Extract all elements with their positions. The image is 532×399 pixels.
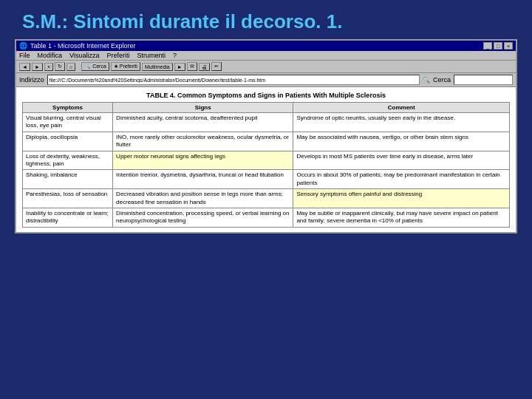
search-label: 🔍 (423, 77, 430, 83)
titlebar-right: _ □ × (483, 42, 513, 50)
minimize-button[interactable]: _ (483, 42, 492, 50)
row1-symptom: Visual blurring, central visual loss, ey… (23, 113, 113, 132)
back-button[interactable]: ◄ (19, 63, 30, 71)
stop-button[interactable]: × (44, 63, 53, 71)
row5-comment: Sensory symptoms often painful and distr… (293, 189, 510, 208)
edit-button[interactable]: ✏ (211, 62, 222, 71)
table-header-row: Symptoms Signs Comment (23, 103, 510, 113)
menu-view[interactable]: Visualizza (69, 52, 99, 59)
history-button[interactable]: ► (174, 63, 185, 71)
row3-comment: Develops in most MS patients over time e… (293, 151, 510, 170)
browser-content: TABLE 4. Common Symptoms and Signs in Pa… (16, 87, 516, 232)
search-label-text: Cerca (433, 76, 451, 83)
home-button[interactable]: ⌂ (66, 63, 75, 71)
forward-button[interactable]: ► (32, 63, 43, 71)
address-bar[interactable]: file:///C:/Documents%20and%20Settings/Ad… (47, 75, 420, 85)
row3-sign: Upper motor neuronal signs affecting leg… (113, 151, 293, 170)
address-label: Indirizzo (19, 76, 44, 83)
browser-icon-small: 🌐 (19, 42, 27, 50)
table-row: Diplopia, oscillopsia INO, more rarely o… (23, 132, 510, 151)
row5-sign: Decreased vibration and position sense i… (113, 189, 293, 208)
table-caption: TABLE 4. Common Symptoms and Signs in Pa… (22, 92, 510, 99)
slide-container: S.M.: Sintomi durante il decorso. 1. 🌐 T… (0, 0, 532, 399)
menu-favorites[interactable]: Preferiti (106, 52, 129, 59)
table-row: Paresthesias, loss of sensation Decrease… (23, 189, 510, 208)
refresh-button[interactable]: ↻ (55, 62, 65, 71)
row2-sign: INO, more rarely other oculomotor weakne… (113, 132, 293, 151)
row4-symptom: Shaking, imbalance (23, 170, 113, 189)
row4-sign: Intention tremor, dysmetria, dysarthria,… (113, 170, 293, 189)
maximize-button[interactable]: □ (494, 42, 502, 50)
row6-comment: May be subtle or inapparent clinically, … (293, 208, 510, 227)
table-row: Visual blurring, central visual loss, ey… (23, 113, 510, 132)
browser-toolbar: ◄ ► × ↻ ⌂ 🔍 Cerca ★ Preferiti Multimedia… (16, 61, 516, 73)
titlebar-left: 🌐 Table 1 - Microsoft Internet Explorer (19, 42, 136, 50)
browser-window: 🌐 Table 1 - Microsoft Internet Explorer … (15, 39, 517, 233)
table-row: Shaking, imbalance Intention tremor, dys… (23, 170, 510, 189)
row4-comment: Occurs in about 30% of patients; may be … (293, 170, 510, 189)
table-row: Inability to concentrate or learn; distr… (23, 208, 510, 227)
row6-sign: Diminished concentration, processing spe… (113, 208, 293, 227)
col-header-comment: Comment (293, 103, 510, 113)
browser-menubar: File Modifica Visualizza Preferiti Strum… (16, 51, 516, 61)
menu-help[interactable]: ? (173, 52, 177, 59)
row6-symptom: Inability to concentrate or learn; distr… (23, 208, 113, 227)
symptoms-table: Symptoms Signs Comment Visual blurring, … (22, 102, 510, 228)
row5-symptom: Paresthesias, loss of sensation (23, 189, 113, 208)
close-button[interactable]: × (504, 42, 513, 50)
row1-sign: Diminished acuity, central scotoma, deaf… (113, 113, 293, 132)
print-button[interactable]: 🖨 (199, 63, 210, 71)
titlebar-text: Table 1 - Microsoft Internet Explorer (30, 42, 136, 50)
search-input[interactable] (454, 75, 513, 85)
menu-edit[interactable]: Modifica (38, 52, 63, 59)
slide-title: S.M.: Sintomi durante il decorso. 1. (0, 0, 532, 39)
favorites-button[interactable]: ★ Preferiti (111, 62, 140, 71)
browser-address: Indirizzo file:///C:/Documents%20and%20S… (16, 73, 516, 87)
row1-comment: Syndrome of optic neuritis, usually seen… (293, 113, 510, 132)
address-value: file:///C:/Documents%20and%20Settings/Ad… (50, 78, 266, 83)
col-header-symptoms: Symptoms (23, 103, 113, 113)
row2-symptom: Diplopia, oscillopsia (23, 132, 113, 151)
bottom-bar (0, 233, 532, 256)
search-button[interactable]: 🔍 Cerca (81, 62, 109, 71)
row2-comment: May be associated with nausea, vertigo, … (293, 132, 510, 151)
menu-tools[interactable]: Strumenti (137, 52, 166, 59)
table-row: Loss of dexterity, weakness, tightness, … (23, 151, 510, 170)
browser-titlebar: 🌐 Table 1 - Microsoft Internet Explorer … (16, 41, 516, 51)
menu-file[interactable]: File (19, 52, 30, 59)
mail-button[interactable]: ✉ (187, 62, 197, 71)
row3-symptom: Loss of dexterity, weakness, tightness, … (23, 151, 113, 170)
multimedia-button[interactable]: Multimedia (142, 63, 173, 71)
col-header-signs: Signs (113, 103, 293, 113)
